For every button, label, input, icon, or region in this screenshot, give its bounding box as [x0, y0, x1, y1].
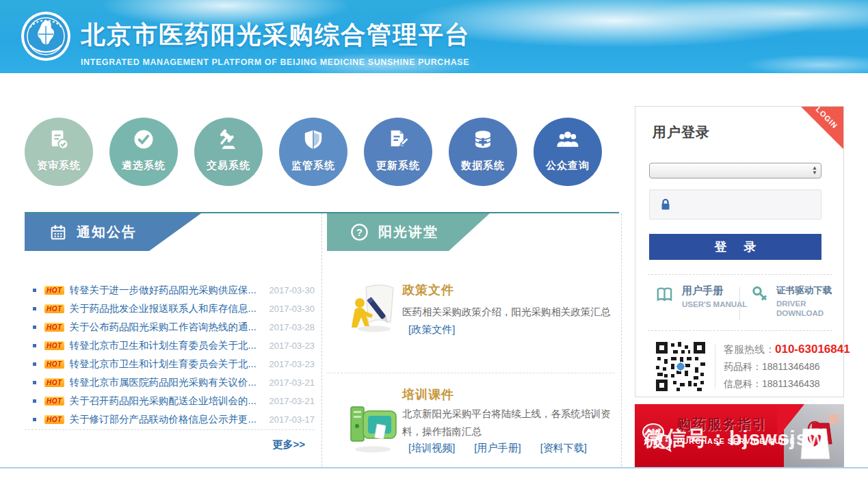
system-linxuan[interactable]: 遴选系统	[109, 118, 178, 186]
qr-code	[656, 342, 705, 391]
notice-date: 2017-03-30	[269, 304, 315, 314]
system-label: 更新系统	[364, 159, 432, 172]
bullet-icon	[33, 399, 36, 403]
notice-list: HOT 转登关于进一步做好药品阳光采购供应保... 2017-03-30 HOT…	[25, 281, 315, 429]
hotline-number: 010-63016841	[775, 343, 850, 356]
system-gongzhong[interactable]: 公众查询	[534, 118, 602, 186]
notice-link[interactable]: 转登北京市属医院药品阳光采购有关议价...	[70, 376, 264, 389]
hot-badge: HOT	[44, 397, 64, 406]
training-video-link[interactable]: [培训视频]	[408, 442, 455, 455]
notice-item[interactable]: HOT 关于药品批发企业报送联系人和库存信息... 2017-03-30	[25, 300, 315, 318]
database-icon	[449, 128, 517, 155]
material-download-link[interactable]: [资料下载]	[540, 442, 587, 455]
user-type-select[interactable]: ▲▼	[649, 163, 821, 178]
notice-title: 通知公告	[77, 223, 137, 241]
shield-icon	[279, 128, 347, 155]
wechat-watermark: 微信号：bjswsjsw	[644, 425, 825, 453]
notice-date: 2017-03-17	[269, 414, 315, 425]
driver-label: 证书驱动下载	[776, 284, 845, 297]
more-link[interactable]: 更多>>	[272, 438, 305, 450]
bullet-icon	[33, 381, 36, 384]
svg-text:?: ?	[356, 227, 363, 238]
notice-date: 2017-03-23	[269, 359, 315, 369]
user-manual-link[interactable]: [用户手册]	[474, 442, 521, 455]
vertical-divider	[715, 345, 715, 388]
login-button[interactable]: 登 录	[649, 234, 821, 260]
select-stepper-icon: ▲▼	[812, 165, 817, 175]
system-label: 公众查询	[534, 159, 602, 172]
policy-file-link[interactable]: [政策文件]	[408, 323, 455, 336]
password-box	[649, 189, 821, 220]
notice-link[interactable]: 关于召开药品阳光采购配送企业培训会的...	[70, 395, 264, 408]
system-gengxin[interactable]: 更新系统	[364, 118, 432, 186]
system-label: 资审系统	[25, 159, 93, 172]
system-shuju[interactable]: 数据系统	[449, 118, 517, 186]
notice-item[interactable]: HOT 转登北京市卫生和计划生育委员会关于北... 2017-03-23	[25, 355, 315, 373]
column-divider	[621, 213, 622, 466]
hotline: 客服热线：010-63016841	[724, 343, 850, 356]
calendar-icon	[49, 224, 67, 241]
system-zishen[interactable]: 资审系统	[25, 118, 93, 186]
notice-link[interactable]: 关于公布药品阳光采购工作咨询热线的通...	[70, 321, 264, 334]
contact-row: 客服热线：010-63016841 药品科：18811346486 信息科：18…	[656, 342, 850, 391]
lecture-divider	[327, 373, 614, 373]
hotline-label: 客服热线：	[724, 343, 775, 355]
column-divider	[321, 213, 322, 466]
bullet-icon	[33, 418, 36, 421]
training-heading[interactable]: 培训课件	[402, 386, 454, 403]
notice-item[interactable]: HOT 关于公布药品阳光采购工作咨询热线的通... 2017-03-28	[25, 318, 315, 336]
page-bottom-line	[0, 467, 868, 468]
notice-link[interactable]: 转登北京市卫生和计划生育委员会关于北...	[70, 339, 264, 352]
login-panel: 用户登录 LOGIN ▲▼ 登 录 用户手册 USER'S	[635, 106, 844, 397]
login-ribbon-label: LOGIN	[815, 105, 840, 131]
check-circle-icon	[109, 128, 178, 155]
notice-banner: 通知公告	[25, 213, 201, 251]
policy-description: 医药相关采购政策介绍，阳光采购相关政策汇总	[402, 303, 616, 321]
notice-date: 2017-03-21	[269, 377, 315, 388]
dept2-number: 18811346438	[762, 378, 820, 389]
training-illustration	[345, 399, 400, 453]
page: 北京市医药阳光采购综合管理平台 INTEGRATED MANAGEMENT PL…	[0, 0, 868, 478]
notice-link[interactable]: 转登北京市卫生和计划生育委员会关于北...	[70, 358, 264, 371]
notice-date: 2017-03-30	[269, 285, 315, 295]
login-ribbon: LOGIN	[801, 107, 843, 149]
site-logo	[21, 11, 71, 62]
site-title: 北京市医药阳光采购综合管理平台	[81, 18, 471, 52]
gavel-icon	[194, 128, 263, 155]
document-edit-icon	[364, 128, 432, 155]
password-input[interactable]	[687, 194, 823, 215]
bullet-icon	[33, 289, 36, 292]
hot-badge: HOT	[44, 341, 64, 350]
notice-item[interactable]: HOT 关于召开药品阳光采购配送企业培训会的... 2017-03-21	[25, 392, 315, 410]
promo-banner[interactable]: 购药服务指引 PURCHASE SERVICE GUIDE 微信号：bjswsj…	[635, 404, 844, 468]
hot-badge: HOT	[44, 286, 64, 295]
notice-item[interactable]: HOT 转登关于进一步做好药品阳光采购供应保... 2017-03-30	[25, 281, 315, 300]
driver-sublabel: DRIVER DOWNLOAD	[776, 299, 845, 318]
dept-phone: 药品科：18811346486	[724, 361, 850, 373]
user-manual-entry[interactable]: 用户手册 USER'S MANUAL	[655, 284, 747, 309]
bullet-icon	[33, 307, 36, 310]
notice-date: 2017-03-23	[269, 341, 315, 351]
driver-download-entry[interactable]: 证书驱动下载 DRIVER DOWNLOAD	[750, 284, 845, 318]
hot-badge: HOT	[44, 304, 64, 313]
key-icon	[750, 284, 770, 318]
notice-link[interactable]: 关于药品批发企业报送联系人和库存信息...	[70, 302, 264, 315]
training-links: [培训视频] [用户手册] [资料下载]	[408, 442, 587, 455]
hot-badge: HOT	[44, 323, 64, 332]
system-jiaoyi[interactable]: 交易系统	[194, 118, 263, 186]
hot-badge: HOT	[44, 378, 64, 387]
dept-phone: 信息科：18811346438	[724, 378, 850, 390]
system-label: 遴选系统	[109, 159, 178, 172]
training-description: 北京新阳光采购平台将陆续上线，各系统培训资料，操作指南汇总	[402, 405, 616, 440]
dept2-label: 信息科：	[724, 378, 762, 389]
notice-item[interactable]: HOT 关于修订部分产品联动价格信息公示并更... 2017-03-17	[25, 410, 315, 429]
notice-date: 2017-03-28	[269, 322, 315, 332]
notice-item[interactable]: HOT 转登北京市卫生和计划生育委员会关于北... 2017-03-23	[25, 336, 315, 355]
notice-item[interactable]: HOT 转登北京市属医院药品阳光采购有关议价... 2017-03-21	[25, 373, 315, 392]
hot-badge: HOT	[44, 360, 64, 369]
notice-link[interactable]: 转登关于进一步做好药品阳光采购供应保...	[70, 284, 264, 297]
system-jianguan[interactable]: 监管系统	[279, 118, 347, 186]
bullet-icon	[33, 362, 36, 366]
policy-heading[interactable]: 政策文件	[402, 282, 454, 298]
notice-link[interactable]: 关于修订部分产品联动价格信息公示并更...	[70, 413, 264, 426]
